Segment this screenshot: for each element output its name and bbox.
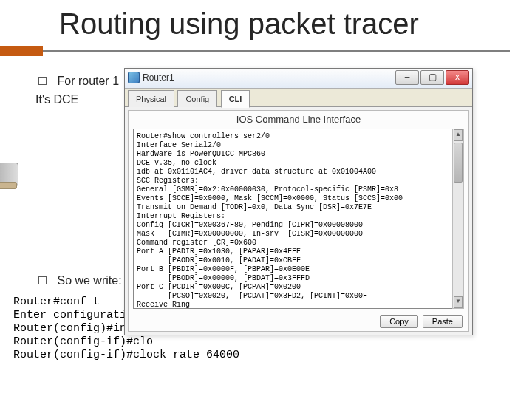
- cli-panel-title: IOS Command Line Interface: [129, 111, 468, 128]
- divider: [43, 50, 510, 52]
- paste-button[interactable]: Paste: [423, 315, 463, 328]
- close-button[interactable]: x: [446, 70, 469, 85]
- maximize-button[interactable]: ▢: [420, 70, 444, 85]
- router-window: Router1 – ▢ x Physical Config CLI IOS Co…: [124, 68, 473, 335]
- cli-output[interactable]: Router#show controllers ser2/0 Interface…: [133, 129, 464, 309]
- bullet-2: So we write:: [38, 273, 122, 287]
- bullet-1-text: For router 1: [57, 75, 119, 87]
- bullet-marker-icon: [38, 276, 47, 284]
- copy-button[interactable]: Copy: [380, 315, 418, 328]
- its-dce-text: It's DCE: [35, 93, 78, 106]
- tabs-row: Physical Config CLI: [125, 89, 472, 107]
- window-control-buttons: – ▢ x: [395, 70, 469, 85]
- scroll-down-icon[interactable]: ▼: [454, 296, 463, 308]
- minimize-button[interactable]: –: [395, 70, 419, 85]
- slide-title: Routing using packet tracer: [59, 7, 419, 41]
- accent-bar: [0, 46, 43, 56]
- cli-scrollbar[interactable]: ▲ ▼: [452, 129, 464, 309]
- window-icon: [128, 72, 140, 83]
- bullet-2-text: So we write:: [57, 274, 121, 287]
- tab-config[interactable]: Config: [177, 90, 217, 107]
- left-tab-overlay-icon: [0, 182, 17, 189]
- scroll-up-icon[interactable]: ▲: [454, 129, 463, 141]
- window-titlebar[interactable]: Router1 – ▢ x: [125, 69, 472, 89]
- tab-cli[interactable]: CLI: [221, 90, 250, 108]
- bullet-marker-icon: [38, 77, 47, 85]
- window-title: Router1: [143, 72, 174, 83]
- tab-physical[interactable]: Physical: [128, 90, 174, 107]
- cli-panel: IOS Command Line Interface Router#show c…: [128, 110, 469, 332]
- cli-action-buttons: Copy Paste: [380, 315, 463, 328]
- scroll-thumb[interactable]: [454, 143, 463, 183]
- slide: Routing using packet tracer For router 1…: [0, 0, 532, 399]
- bullet-1: For router 1: [38, 74, 119, 88]
